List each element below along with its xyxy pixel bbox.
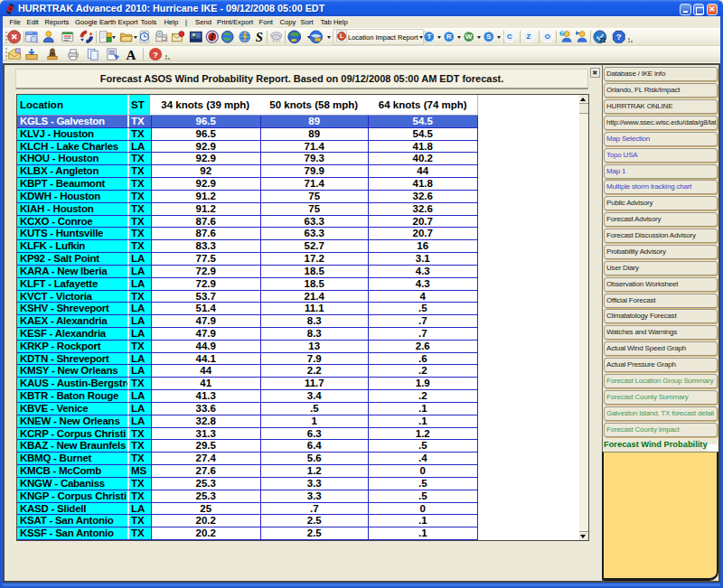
svg-text:72: 72 xyxy=(599,37,606,43)
svg-text:S: S xyxy=(256,30,263,44)
svg-text:A: A xyxy=(126,47,136,61)
svg-text:T: T xyxy=(427,33,431,41)
svg-text:?: ? xyxy=(153,49,158,59)
svg-text:?: ? xyxy=(615,32,621,42)
svg-text:Z: Z xyxy=(526,33,531,41)
svg-text:C: C xyxy=(506,33,512,41)
svg-text:?: ? xyxy=(560,31,564,36)
svg-text:S: S xyxy=(486,33,491,41)
svg-text:W: W xyxy=(465,33,473,41)
svg-text:L: L xyxy=(340,33,343,39)
svg-text:O: O xyxy=(544,33,549,41)
svg-text:R: R xyxy=(446,33,452,41)
